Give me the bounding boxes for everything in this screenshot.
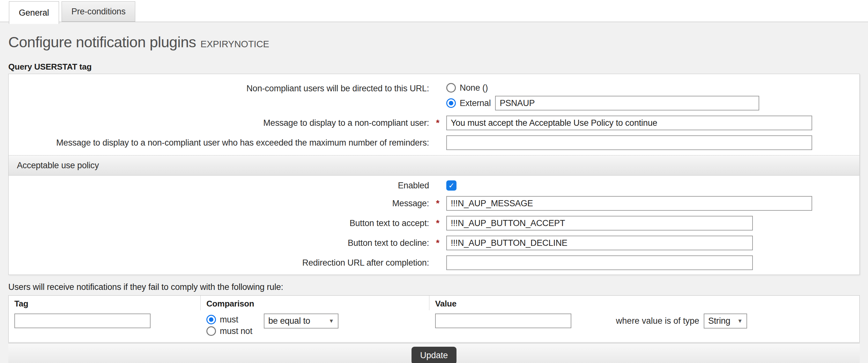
tab-general-label: General [19, 8, 49, 18]
aup-message-input[interactable] [446, 196, 812, 211]
url-radio-group: None () External [446, 80, 759, 110]
rule-table: Tag Comparison Value must [8, 295, 860, 342]
comparison-option-must-not[interactable]: must not [207, 326, 252, 336]
chevron-down-icon: ▼ [737, 318, 743, 324]
url-option-none[interactable]: None () [446, 80, 759, 95]
aup-message-row: Message: * [9, 196, 859, 211]
url-row: Non-compliant users will be directed to … [9, 80, 859, 110]
comparison-cell: must must not be equal to ▼ [200, 310, 429, 342]
value-type-label: where value is of type [616, 316, 699, 326]
url-row-label: Non-compliant users will be directed to … [9, 80, 429, 94]
external-url-input[interactable] [495, 96, 759, 110]
noncompliant-message-row: Message to display to a non-compliant us… [9, 116, 859, 130]
radio-must-label: must [220, 315, 238, 325]
radio-external-label: External [460, 98, 491, 108]
radio-must-not[interactable] [207, 326, 216, 336]
rule-table-body: must must not be equal to ▼ [9, 310, 859, 342]
section-heading-query-userstat: Query USERSTAT tag [8, 62, 860, 72]
tab-preconditions[interactable]: Pre-conditions [62, 1, 135, 22]
rule-table-header: Tag Comparison Value [9, 296, 859, 310]
noncompliant-message-input[interactable] [446, 116, 812, 130]
rule-intro: Users will receive notifications if they… [8, 282, 860, 292]
page-title: Configure notification pluginsEXPIRYNOTI… [8, 33, 860, 53]
operator-select-value: be equal to [268, 316, 310, 326]
action-bar: Update [8, 343, 860, 363]
redirect-url-label: Redirection URL after completion: [9, 257, 429, 268]
settings-panel: Non-compliant users will be directed to … [8, 74, 860, 275]
redirect-url-row: Redirection URL after completion: [9, 255, 859, 270]
value-cell: where value is of type String ▼ [429, 310, 859, 342]
decline-text-label: Button text to decline: [9, 238, 429, 248]
aup-section-heading: Acceptable use policy [9, 155, 859, 175]
reminders-message-input[interactable] [446, 135, 812, 150]
required-marker: * [429, 117, 446, 128]
decline-text-input[interactable] [446, 235, 753, 250]
enabled-label: Enabled [9, 180, 429, 191]
radio-none[interactable] [446, 83, 456, 92]
operator-select[interactable]: be equal to ▼ [264, 313, 338, 329]
accept-text-input[interactable] [446, 216, 753, 230]
radio-none-label: None () [460, 83, 488, 93]
reminders-message-row: Message to display to a non-compliant us… [9, 135, 859, 150]
accept-text-label: Button text to accept: [9, 218, 429, 229]
value-input[interactable] [435, 313, 571, 328]
redirect-url-input[interactable] [446, 255, 753, 270]
noncompliant-message-label: Message to display to a non-compliant us… [9, 117, 429, 128]
update-button[interactable]: Update [411, 347, 457, 363]
page-root: General Pre-conditions Configure notific… [0, 0, 868, 363]
value-type-group: where value is of type String ▼ [616, 313, 747, 329]
value-type-select-value: String [708, 316, 730, 326]
check-icon: ✓ [448, 182, 454, 190]
accept-text-row: Button text to accept: * [9, 216, 859, 230]
required-marker: * [429, 238, 446, 248]
url-option-external[interactable]: External [446, 96, 759, 110]
decline-text-row: Button text to decline: * [9, 235, 859, 250]
chevron-down-icon: ▼ [329, 318, 334, 324]
tab-general[interactable]: General [9, 1, 59, 24]
radio-must[interactable] [207, 315, 216, 324]
content-area: Configure notification pluginsEXPIRYNOTI… [0, 22, 868, 363]
tag-input[interactable] [14, 313, 151, 328]
page-title-suffix: EXPIRYNOTICE [200, 39, 269, 49]
aup-message-label: Message: [9, 198, 429, 209]
comparison-radio-group: must must not [207, 314, 252, 336]
column-header-value: Value [429, 296, 859, 310]
reminders-message-label: Message to display to a non-compliant us… [9, 137, 429, 148]
column-header-tag: Tag [9, 296, 200, 310]
required-marker: * [429, 198, 446, 209]
enabled-row: Enabled ✓ [9, 180, 859, 191]
required-marker: * [429, 218, 446, 229]
radio-must-not-label: must not [220, 326, 252, 336]
radio-external[interactable] [446, 98, 456, 108]
page-title-text: Configure notification plugins [8, 33, 196, 51]
tab-bar: General Pre-conditions [0, 0, 868, 22]
column-header-comparison: Comparison [200, 296, 429, 310]
tag-cell [9, 310, 200, 342]
comparison-option-must[interactable]: must [207, 314, 252, 325]
enabled-checkbox[interactable]: ✓ [446, 180, 457, 191]
value-type-select[interactable]: String ▼ [704, 313, 747, 329]
tab-preconditions-label: Pre-conditions [71, 7, 126, 17]
